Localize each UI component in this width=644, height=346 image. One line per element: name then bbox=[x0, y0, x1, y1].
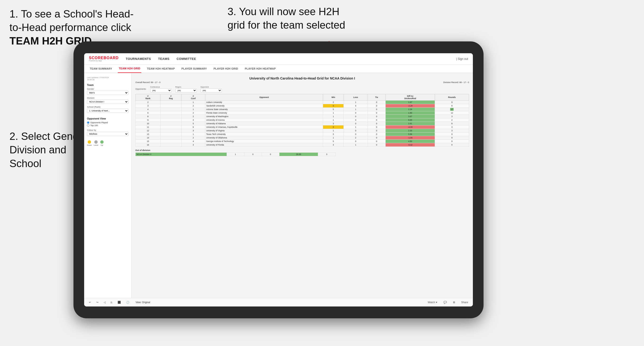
school-label: School (Rank) bbox=[87, 106, 128, 108]
sidebar: Last Updated: 27/03/2024 16:55:38 Team G… bbox=[84, 73, 132, 298]
cell-diff: 5.56 bbox=[386, 133, 435, 136]
cell-win: 1 bbox=[323, 129, 344, 133]
sign-out-button[interactable]: | Sign out bbox=[456, 57, 468, 61]
comment-button[interactable]: 💬 bbox=[442, 300, 448, 304]
cell-diff: 1.83 bbox=[386, 111, 435, 115]
cell-rounds: 3 bbox=[435, 129, 469, 133]
cell-rank: 13 bbox=[136, 133, 160, 136]
cell-conf: 2 bbox=[181, 104, 205, 108]
tab-player-summary[interactable]: PLAYER SUMMARY bbox=[180, 64, 208, 73]
watch-button[interactable]: Watch ▾ bbox=[426, 300, 439, 304]
cell-rank: 11 bbox=[136, 125, 160, 129]
cell-loss: 0 bbox=[344, 133, 368, 136]
main-data-area: University of North Carolina Head-to-Hea… bbox=[132, 73, 473, 298]
col-opponent: Opponent bbox=[205, 94, 323, 101]
cell-tie: 0 bbox=[368, 125, 386, 129]
cell-rank: 9 bbox=[136, 118, 160, 122]
table-row: 9 3 University of Arizona 1 0 0 9.00 2 bbox=[136, 118, 469, 122]
ood-loss: 0 bbox=[244, 153, 262, 156]
cell-rank: 3 bbox=[136, 104, 160, 108]
cell-conf: 6 bbox=[181, 125, 205, 129]
nav-committee[interactable]: COMMITTEE bbox=[176, 57, 196, 61]
legend-up: Up bbox=[100, 140, 104, 146]
annotation-3: 3. You will now see H2H grid for the tea… bbox=[228, 5, 394, 32]
table-row: 14 2 University of Oklahoma 1 2 0 -1.00 … bbox=[136, 136, 469, 140]
legend-down-dot bbox=[88, 140, 91, 144]
cell-diff: 1.67 bbox=[386, 101, 435, 104]
table-row: 10 5 University of Alabama 3 0 0 2.61 8 bbox=[136, 122, 469, 125]
cell-rank: 4 bbox=[136, 108, 160, 111]
table-row: 8 2 University of Washington 1 0 0 3.67 … bbox=[136, 115, 469, 118]
colour-by-label: Colour by bbox=[87, 129, 128, 131]
cell-win: 2 bbox=[323, 101, 344, 104]
copy-button[interactable]: ⎘ bbox=[109, 301, 114, 304]
tab-player-h2h-heatmap[interactable]: PLAYER H2H HEATMAP bbox=[244, 64, 277, 73]
region-filter: Region (All) bbox=[176, 86, 197, 93]
table-row: 6 2 Florida State University 1 0 0 1.83 … bbox=[136, 111, 469, 115]
cell-win: 1 bbox=[323, 118, 344, 122]
table-row: 16 3 University of Florida 3 1 0 -6.42 9 bbox=[136, 143, 469, 147]
nav-tournaments[interactable]: TOURNAMENTS bbox=[126, 57, 151, 61]
toolbar-right: Watch ▾ 💬 ⊞ Share bbox=[426, 300, 470, 304]
cell-win: 3 bbox=[323, 122, 344, 125]
cell-conf: 2 bbox=[181, 115, 205, 118]
cell-loss: 0 bbox=[344, 140, 368, 143]
ood-rounds: 3 bbox=[318, 153, 336, 156]
cell-rank: 10 bbox=[136, 122, 160, 125]
cell-conf: 2 bbox=[181, 136, 205, 140]
cell-tie: 0 bbox=[368, 133, 386, 136]
redo-button[interactable]: ↪ bbox=[95, 300, 100, 304]
share-button[interactable]: Share bbox=[460, 300, 470, 304]
region-select[interactable]: (All) bbox=[176, 89, 197, 93]
cell-win: 5 bbox=[323, 108, 344, 111]
gender-label: Gender bbox=[87, 88, 128, 90]
out-of-division-table: NCAA Division II 1 0 0 26.00 3 bbox=[135, 153, 336, 156]
radio-opponents-played[interactable]: Opponents Played bbox=[87, 121, 128, 124]
cell-rank: 6 bbox=[136, 111, 160, 115]
cell-rank: 12 bbox=[136, 129, 160, 133]
conference-filter: Conference (All) bbox=[150, 86, 172, 93]
colour-by-select[interactable]: Win/loss bbox=[87, 132, 128, 136]
ood-win: 1 bbox=[226, 153, 244, 156]
cell-diff: -1.00 bbox=[386, 136, 435, 140]
cell-reg bbox=[160, 108, 182, 111]
cell-opponent: University of Alabama bbox=[205, 122, 323, 125]
clock-button[interactable]: 🕐 bbox=[125, 300, 131, 304]
back-button[interactable]: ◁ bbox=[102, 300, 107, 304]
undo-button[interactable]: ↩ bbox=[88, 300, 92, 304]
cell-opponent: Florida State University bbox=[205, 111, 323, 115]
ood-tie: 0 bbox=[262, 153, 279, 156]
layout-button[interactable]: ⊞ bbox=[452, 300, 456, 304]
nav-teams[interactable]: TEAMS bbox=[158, 57, 170, 61]
cell-opponent: University of Arizona bbox=[205, 118, 323, 122]
tab-player-h2h-grid[interactable]: PLAYER H2H GRID bbox=[212, 64, 239, 73]
paste-button[interactable]: ⬛ bbox=[116, 300, 122, 304]
tab-team-summary[interactable]: TEAM SUMMARY bbox=[89, 64, 113, 73]
cell-diff: 2.29 bbox=[386, 108, 435, 111]
cell-tie: 0 bbox=[368, 143, 386, 147]
cell-reg bbox=[160, 111, 182, 115]
cell-win: 1 bbox=[323, 115, 344, 118]
conference-select[interactable]: (All) bbox=[150, 89, 172, 93]
cell-rank: 2 bbox=[136, 101, 160, 104]
opponent-select[interactable]: (All) bbox=[200, 89, 222, 93]
cell-diff: 2.33 bbox=[386, 129, 435, 133]
cell-rounds: 9 bbox=[435, 133, 469, 136]
tab-team-h2h-grid[interactable]: TEAM H2H GRID bbox=[118, 64, 141, 73]
cell-conf: 3 bbox=[181, 143, 205, 147]
legend-down: Down bbox=[87, 140, 92, 146]
cell-conf: 1 bbox=[181, 101, 205, 104]
cell-rounds: 9 bbox=[435, 140, 469, 143]
cell-rounds: 3 bbox=[435, 115, 469, 118]
cell-win: 0 bbox=[323, 125, 344, 129]
cell-diff: 9.00 bbox=[386, 118, 435, 122]
radio-top100[interactable]: Top 100 bbox=[87, 124, 128, 127]
tab-team-h2h-heatmap[interactable]: TEAM H2H HEATMAP bbox=[146, 64, 176, 73]
school-select[interactable]: 1. University of Nort... bbox=[87, 109, 128, 113]
content-area: Last Updated: 27/03/2024 16:55:38 Team G… bbox=[84, 73, 473, 298]
division-select[interactable]: NCAA Division I bbox=[87, 100, 128, 104]
gender-select[interactable]: Men's bbox=[87, 91, 128, 95]
cell-tie: 0 bbox=[368, 136, 386, 140]
table-row: 3 2 Vanderbilt University 0 4 0 -2.29 8 bbox=[136, 104, 469, 108]
cell-opponent: Auburn University bbox=[205, 101, 323, 104]
